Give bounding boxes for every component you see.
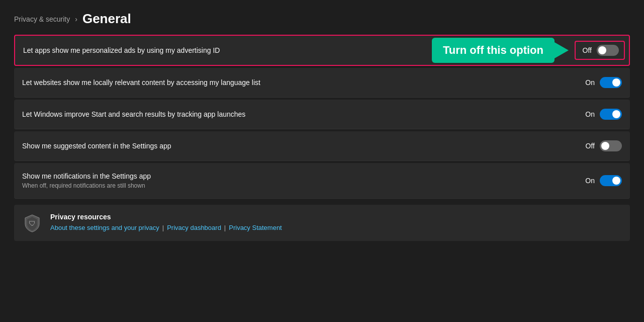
separator-2: |	[224, 224, 226, 231]
toggle-thumb-app-launches	[612, 110, 620, 118]
setting-row-suggested-content: Show me suggested content in the Setting…	[14, 131, 630, 161]
setting-right-language-list: On	[572, 77, 622, 88]
svg-text:🛡: 🛡	[29, 220, 36, 227]
setting-row-app-launches: Let Windows improve Start and search res…	[14, 100, 630, 129]
callout-bubble: Turn off this option	[432, 38, 555, 63]
setting-sublabel-notifications: When off, required notifications are sti…	[22, 182, 151, 189]
status-label-language-list: On	[585, 78, 595, 87]
setting-label-suggested-content: Show me suggested content in the Setting…	[22, 142, 572, 150]
link-about-settings[interactable]: About these settings and your privacy	[50, 224, 159, 231]
toggle-thumb-ads-id	[598, 46, 606, 54]
toggle-thumb-suggested-content	[601, 142, 609, 150]
toggle-notifications[interactable]	[600, 175, 622, 186]
settings-list: Let apps show me personalized ads by usi…	[0, 35, 644, 199]
breadcrumb-chevron: ›	[75, 15, 77, 23]
setting-row-language-list: Let websites show me locally relevant co…	[14, 68, 630, 98]
page-header: Privacy & security › General	[0, 0, 644, 35]
separator-1: |	[162, 224, 164, 231]
setting-label-app-launches: Let Windows improve Start and search res…	[22, 110, 572, 118]
privacy-resources-title: Privacy resources	[50, 213, 282, 221]
shield-icon: 🛡	[22, 213, 42, 233]
setting-right-app-launches: On	[572, 109, 622, 120]
status-label-app-launches: On	[585, 110, 595, 118]
toggle-app-launches[interactable]	[600, 109, 622, 120]
status-label-notifications: On	[585, 177, 595, 185]
page-title: General	[82, 11, 131, 27]
link-privacy-statement[interactable]: Privacy Statement	[229, 224, 282, 231]
status-label-suggested-content: Off	[586, 142, 595, 150]
callout-arrow	[555, 42, 569, 58]
setting-right-suggested-content: Off	[572, 140, 622, 151]
toggle-suggested-content[interactable]	[600, 140, 622, 151]
privacy-resources: 🛡 Privacy resources About these settings…	[14, 205, 630, 241]
breadcrumb-parent[interactable]: Privacy & security	[14, 15, 70, 23]
status-label-ads-id: Off	[583, 46, 592, 54]
setting-label-group-notifications: Show me notifications in the Settings ap…	[22, 172, 151, 189]
setting-right-notifications: On	[572, 175, 622, 186]
setting-row-notifications: Show me notifications in the Settings ap…	[14, 163, 630, 199]
callout-container: Turn off this option	[432, 38, 569, 63]
toggle-ads-id[interactable]	[597, 45, 619, 56]
privacy-links: Privacy resources About these settings a…	[50, 213, 282, 231]
toggle-thumb-language-list	[612, 78, 620, 87]
link-privacy-dashboard[interactable]: Privacy dashboard	[167, 224, 221, 231]
toggle-thumb-notifications	[612, 177, 620, 185]
setting-row-ads-id: Let apps show me personalized ads by usi…	[14, 35, 630, 66]
setting-label-notifications: Show me notifications in the Settings ap…	[22, 172, 151, 180]
toggle-language-list[interactable]	[600, 77, 622, 88]
setting-right-ads-id: Off	[575, 41, 625, 60]
privacy-link-row: About these settings and your privacy | …	[50, 224, 282, 231]
setting-label-language-list: Let websites show me locally relevant co…	[22, 78, 572, 87]
